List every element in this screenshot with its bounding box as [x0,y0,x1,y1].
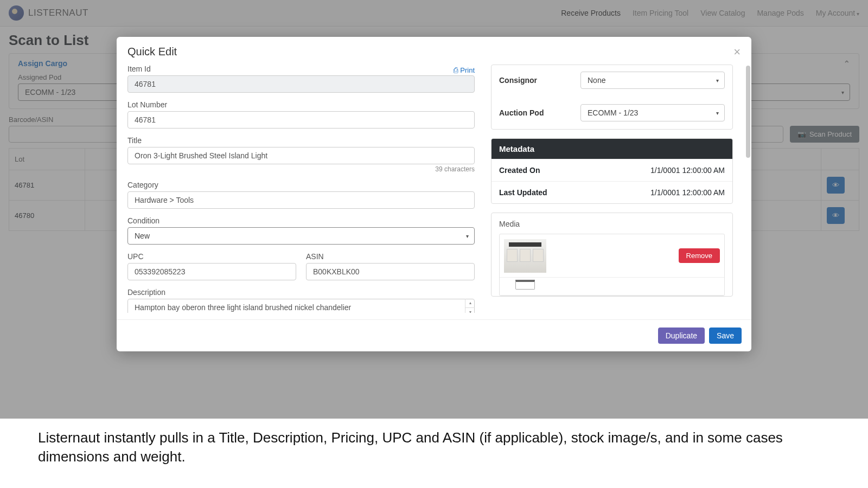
media-item: Remove [500,234,724,236]
category-input[interactable] [127,191,475,209]
media-header: Media [499,220,725,228]
modal-header: Quick Edit × [117,37,751,65]
quick-edit-modal: Quick Edit × Item Id Print Lot Number Ti… [117,37,751,236]
print-link[interactable]: Print [454,66,475,74]
condition-select[interactable]: New [127,227,475,236]
item-id-input [127,75,475,93]
title-char-count: 39 characters [127,165,475,173]
auction-pod-label: Auction Pod [499,108,580,117]
consignor-label: Consignor [499,76,580,85]
condition-label: Condition [127,216,475,225]
modal-left-column: Item Id Print Lot Number Title 39 charac… [127,65,475,236]
modal-right-column: Consignor None Auction Pod ECOMM - 1/23 … [491,65,741,236]
lot-number-input[interactable] [127,111,475,129]
metadata-card: Metadata Created On 1/1/0001 12:00:00 AM… [491,138,733,204]
modal-overlay: Quick Edit × Item Id Print Lot Number Ti… [0,0,868,236]
category-label: Category [127,181,475,189]
consignor-select[interactable]: None [580,72,725,89]
lot-number-label: Lot Number [127,100,475,109]
created-on-label: Created On [499,166,540,175]
assignment-card: Consignor None Auction Pod ECOMM - 1/23 [491,65,733,130]
title-label: Title [127,136,475,145]
metadata-header: Metadata [492,139,732,159]
created-on-value: 1/1/0001 12:00:00 AM [650,166,725,175]
last-updated-value: 1/1/0001 12:00:00 AM [650,188,725,197]
modal-scrollbar[interactable] [746,65,750,236]
modal-close-button[interactable]: × [733,46,741,58]
item-id-label: Item Id [127,65,151,73]
media-card: Media Remove [491,213,733,236]
auction-pod-select[interactable]: ECOMM - 1/23 [580,104,725,121]
modal-title: Quick Edit [127,46,177,58]
last-updated-label: Last Updated [499,188,547,197]
title-input[interactable] [127,147,475,164]
modal-body: Item Id Print Lot Number Title 39 charac… [117,65,751,236]
